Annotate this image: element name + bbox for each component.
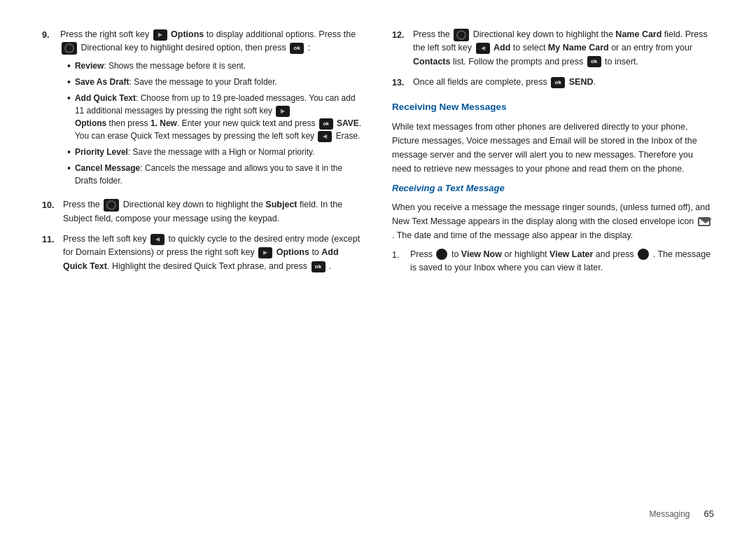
directional-key-icon-10: [104, 199, 119, 212]
ok-icon-aqt: ok: [319, 118, 333, 130]
directional-key-icon-9: [62, 42, 77, 55]
left-soft-icon-11: ◀: [150, 234, 164, 245]
right-soft-icon-11: ▶: [258, 247, 272, 258]
step-13: 13. Once all fields are complete, press …: [392, 76, 714, 90]
bullet-cancel-text: Cancel Message: Cancels the message and …: [75, 162, 364, 187]
envelope-icon: [698, 217, 710, 226]
ok-icon-9: ok: [290, 43, 304, 54]
step-9: 9. Press the right soft key ▶ Options to…: [42, 28, 364, 191]
to-view-now-text: to View Now or highlight View Later and …: [451, 249, 636, 259]
step-12-text: Press the: [413, 29, 452, 39]
receiving-section-title: Receiving New Messages: [392, 100, 714, 115]
step-9-text3: Directional key to highlight desired opt…: [80, 43, 288, 53]
receiving-text-message-subtitle: Receiving a Text Message: [392, 181, 714, 195]
step-10: 10. Press the Directional key down to hi…: [42, 198, 364, 226]
right-soft-icon-aqt: ▶: [276, 106, 290, 117]
right-column: 12. Press the Directional key down to hi…: [392, 28, 714, 501]
page-footer: Messaging 65: [42, 501, 714, 519]
step-11-text: Press the left soft key: [63, 234, 149, 244]
step-12-num: 12.: [392, 28, 409, 69]
ok-icon-11: ok: [312, 261, 326, 272]
circle-icon-viewlater: [638, 249, 649, 260]
left-column: 9. Press the right soft key ▶ Options to…: [42, 28, 364, 501]
step-10-content: Press the Directional key down to highli…: [63, 198, 364, 226]
step-11: 11. Press the left soft key ◀ to quickly…: [42, 233, 364, 273]
bullet-review-text: Review: Shows the message before it is s…: [75, 60, 246, 72]
right-soft-key-icon: ▶: [153, 29, 167, 41]
receiving-step-1-num: 1.: [392, 248, 406, 275]
ok-icon-13: ok: [551, 77, 565, 88]
subtitle-body-text2: . The date and time of the message also …: [392, 230, 633, 240]
footer-page-num: 65: [704, 508, 714, 519]
ok-icon-12: ok: [587, 56, 601, 67]
subtitle-body-text: When you receive a message the message r…: [392, 202, 710, 226]
step-10-num: 10.: [42, 198, 59, 226]
bullet-cancel: Cancel Message: Cancels the message and …: [67, 162, 364, 187]
step-11-num: 11.: [42, 233, 59, 273]
directional-key-icon-12: [454, 29, 469, 41]
press-label: Press: [410, 249, 435, 259]
step-13-period: .: [593, 77, 595, 87]
step-9-content: Press the right soft key ▶ Options to di…: [60, 28, 364, 191]
step-11-content: Press the left soft key ◀ to quickly cyc…: [63, 233, 364, 273]
step-13-content: Once all fields are complete, press ok S…: [413, 76, 714, 90]
bullet-save-draft: Save As Draft: Save the message to your …: [67, 76, 364, 88]
left-soft-icon-aqt: ◀: [318, 131, 332, 142]
add-label-12: Add: [493, 43, 513, 53]
step-9-colon: :: [308, 43, 310, 53]
step-9-text: Press the right soft key: [60, 29, 152, 39]
options-label: Options: [171, 29, 206, 39]
circle-icon-viewnow: [436, 249, 447, 260]
step-13-text: Once all fields are complete, press: [413, 77, 550, 87]
footer-label: Messaging: [650, 509, 690, 519]
content-area: 9. Press the right soft key ▶ Options to…: [42, 28, 714, 501]
step-9-text2: to display additional options. Press the: [206, 29, 356, 39]
receiving-step-1-content: Press to View Now or highlight View Late…: [410, 248, 714, 275]
step-12-content: Press the Directional key down to highli…: [413, 28, 714, 69]
step-10-text: Press the: [63, 200, 102, 209]
page: 9. Press the right soft key ▶ Options to…: [0, 0, 756, 540]
receiving-body-text: While text messages from other phones ar…: [392, 120, 714, 176]
step-11-period: .: [329, 261, 331, 271]
bullet-review: Review: Shows the message before it is s…: [67, 60, 364, 72]
bullet-add-quick-text: Add Quick Text: Choose from up to 19 pre…: [67, 92, 364, 142]
step-12: 12. Press the Directional key down to hi…: [392, 28, 714, 69]
step-9-bullets: Review: Shows the message before it is s…: [67, 60, 364, 188]
step-9-num: 9.: [42, 28, 56, 191]
left-soft-icon-12: ◀: [476, 43, 490, 54]
step-12-text4: to insert.: [605, 57, 638, 67]
send-label: SEND: [569, 77, 594, 87]
bullet-save-draft-text: Save As Draft: Save the message to your …: [75, 76, 277, 88]
receiving-text-message-body: When you receive a message the message r…: [392, 200, 714, 242]
step-13-num: 13.: [392, 76, 409, 90]
receiving-step-1: 1. Press to View Now or highlight View L…: [392, 248, 714, 275]
bullet-priority: Priority Level: Save the message with a …: [67, 146, 364, 158]
bullet-add-quick-text-text: Add Quick Text: Choose from up to 19 pre…: [75, 92, 364, 142]
options-label-11: Options: [276, 247, 312, 257]
bullet-priority-text: Priority Level: Save the message with a …: [75, 146, 315, 158]
